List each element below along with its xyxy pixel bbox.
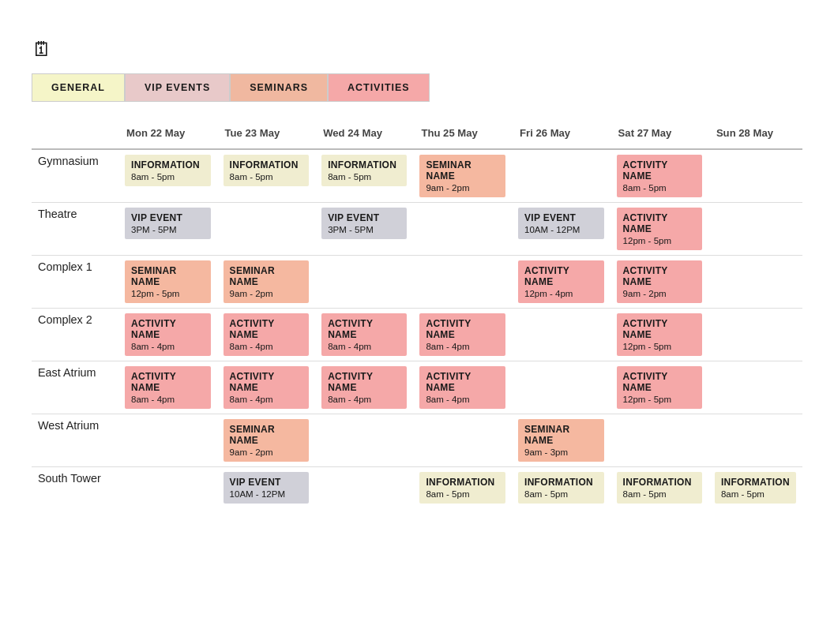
event-block: ACTIVITY NAME8am - 4pm: [224, 366, 310, 409]
event-name: INFORMATION: [328, 159, 400, 170]
event-time: 9am - 2pm: [426, 183, 499, 193]
event-block: SEMINAR NAME9am - 2pm: [224, 260, 310, 303]
event-time: 9am - 2pm: [623, 289, 696, 298]
cell-v5-d2: [315, 414, 413, 467]
event-time: 9am - 2pm: [230, 289, 303, 298]
day-header-1: Tue 23 May: [217, 121, 316, 149]
event-name: VIP EVENT: [131, 212, 205, 223]
event-block: ACTIVITY NAME9am - 2pm: [617, 260, 702, 303]
event-time: 12pm - 5pm: [623, 236, 696, 245]
event-time: 3PM - 5PM: [328, 225, 400, 234]
event-name: ACTIVITY NAME: [328, 318, 400, 340]
cell-v5-d1: SEMINAR NAME9am - 2pm: [217, 414, 316, 467]
event-time: 8am - 4pm: [426, 342, 499, 351]
tab-activities[interactable]: ACTIVITIES: [328, 73, 430, 102]
event-name: ACTIVITY NAME: [230, 318, 303, 340]
cell-v4-d0: ACTIVITY NAME8am - 4pm: [118, 361, 217, 414]
cell-v1-d0: VIP EVENT3PM - 5PM: [118, 203, 217, 256]
event-block: ACTIVITY NAME8am - 4pm: [224, 313, 310, 356]
event-time: 8am - 5pm: [524, 489, 598, 499]
event-time: 12pm - 5pm: [131, 289, 205, 298]
cell-v1-d4: VIP EVENT10AM - 12PM: [512, 203, 610, 256]
event-block: SEMINAR NAME9am - 3pm: [518, 419, 604, 462]
event-time: 8am - 5pm: [721, 489, 790, 499]
event-name: SEMINAR NAME: [230, 424, 303, 446]
event-block: INFORMATION8am - 5pm: [224, 155, 310, 186]
cell-v2-d3: [413, 256, 512, 309]
cell-v3-d0: ACTIVITY NAME8am - 4pm: [118, 309, 217, 361]
event-block: INFORMATION8am - 5pm: [617, 472, 702, 504]
event-name: ACTIVITY NAME: [230, 371, 303, 393]
cell-v2-d0: SEMINAR NAME12pm - 5pm: [118, 256, 217, 309]
cell-v2-d4: ACTIVITY NAME12pm - 4pm: [512, 256, 610, 309]
tab-general[interactable]: GENERAL: [32, 73, 125, 102]
event-time: 8am - 4pm: [328, 342, 400, 351]
event-name: INFORMATION: [721, 477, 790, 488]
section-header: 🗓: [32, 38, 802, 61]
event-time: 8am - 4pm: [230, 342, 303, 351]
cell-v1-d1: [217, 203, 316, 256]
event-name: VIP EVENT: [230, 477, 303, 488]
cell-v2-d2: [315, 256, 413, 309]
event-block: ACTIVITY NAME12pm - 5pm: [617, 366, 702, 409]
cell-v3-d6: [708, 309, 802, 361]
event-block: ACTIVITY NAME8am - 4pm: [419, 313, 505, 356]
venue-header: [32, 121, 118, 149]
event-name: ACTIVITY NAME: [131, 371, 205, 393]
event-block: INFORMATION8am - 5pm: [715, 472, 796, 504]
event-time: 8am - 5pm: [328, 172, 400, 182]
cell-v4-d4: [512, 361, 610, 414]
event-block: VIP EVENT3PM - 5PM: [125, 208, 211, 239]
cell-v1-d3: [413, 203, 512, 256]
cell-v6-d1: VIP EVENT10AM - 12PM: [217, 467, 316, 509]
cell-v5-d4: SEMINAR NAME9am - 3pm: [512, 414, 610, 467]
cell-v3-d5: ACTIVITY NAME12pm - 5pm: [610, 309, 708, 361]
event-time: 3PM - 5PM: [131, 225, 205, 234]
event-block: ACTIVITY NAME8am - 4pm: [321, 313, 407, 356]
event-name: INFORMATION: [131, 159, 205, 170]
cell-v2-d5: ACTIVITY NAME9am - 2pm: [610, 256, 708, 309]
event-time: 12pm - 5pm: [623, 342, 696, 351]
cell-v5-d5: [610, 414, 708, 467]
tab-seminars[interactable]: SEMINARS: [230, 73, 328, 102]
tab-vip[interactable]: VIP EVENTS: [125, 73, 230, 102]
event-block: ACTIVITY NAME8am - 4pm: [321, 366, 407, 409]
event-time: 8am - 5pm: [623, 489, 696, 499]
event-name: SEMINAR NAME: [230, 265, 303, 287]
event-name: ACTIVITY NAME: [524, 265, 598, 287]
event-block: VIP EVENT10AM - 12PM: [224, 472, 310, 504]
event-name: SEMINAR NAME: [524, 424, 598, 446]
cell-v4-d6: [708, 361, 802, 414]
cell-v4-d3: ACTIVITY NAME8am - 4pm: [413, 361, 512, 414]
cell-v6-d2: [315, 467, 413, 509]
cell-v5-d3: [413, 414, 512, 467]
venue-6: South Tower: [32, 467, 118, 509]
cell-v3-d4: [512, 309, 610, 361]
cell-v4-d1: ACTIVITY NAME8am - 4pm: [217, 361, 316, 414]
cell-v6-d3: INFORMATION8am - 5pm: [413, 467, 512, 509]
event-time: 8am - 4pm: [131, 342, 205, 351]
venue-3: Complex 2: [32, 309, 118, 361]
cell-v2-d6: [708, 256, 802, 309]
event-time: 8am - 5pm: [131, 172, 205, 182]
schedule-table: Mon 22 MayTue 23 MayWed 24 MayThu 25 May…: [32, 121, 802, 508]
cell-v0-d5: ACTIVITY NAME8am - 5pm: [610, 149, 708, 203]
event-time: 8am - 4pm: [328, 395, 400, 404]
venue-0: Gymnasium: [32, 149, 118, 203]
cell-v0-d4: [512, 149, 610, 203]
event-name: ACTIVITY NAME: [426, 371, 499, 393]
event-name: ACTIVITY NAME: [623, 159, 696, 182]
cell-v0-d0: INFORMATION8am - 5pm: [118, 149, 217, 203]
event-name: INFORMATION: [230, 159, 303, 170]
event-block: SEMINAR NAME9am - 2pm: [419, 155, 505, 197]
event-block: INFORMATION8am - 5pm: [321, 155, 407, 186]
cell-v0-d1: INFORMATION8am - 5pm: [217, 149, 316, 203]
event-time: 12pm - 4pm: [524, 289, 598, 298]
cell-v1-d6: [708, 203, 802, 256]
event-block: SEMINAR NAME9am - 2pm: [224, 419, 310, 462]
cell-v6-d0: [118, 467, 217, 509]
event-block: ACTIVITY NAME8am - 5pm: [617, 155, 702, 197]
event-time: 8am - 4pm: [131, 395, 205, 404]
event-time: 8am - 5pm: [230, 172, 303, 182]
cell-v6-d4: INFORMATION8am - 5pm: [512, 467, 610, 509]
